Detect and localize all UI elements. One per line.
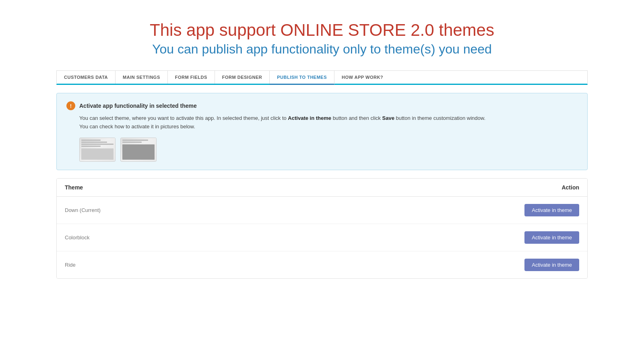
info-bold1: Activate in theme: [288, 115, 331, 121]
table-row: Down (Current) Activate in theme: [57, 197, 587, 224]
page-subtitle: You can publish app functionality only t…: [56, 40, 588, 58]
theme-name-ride: Ride: [65, 262, 76, 268]
info-icon: !: [66, 101, 75, 110]
theme-name-colorblock: Colorblock: [65, 234, 89, 241]
tab-form-fields[interactable]: FORM FIELDS: [168, 71, 215, 84]
tab-main-settings[interactable]: MAIN SETTINGS: [116, 71, 168, 84]
screenshots-row: [79, 138, 578, 162]
info-text-line2: You can check how to activate it in pict…: [79, 123, 195, 130]
screenshot-thumb-1: [79, 138, 116, 162]
info-box-text: You can select theme, where you want to …: [79, 114, 578, 131]
page-title: This app support ONLINE STORE 2.0 themes: [56, 20, 588, 40]
col-action-label: Action: [561, 184, 579, 191]
table-row: Colorblock Activate in theme: [57, 224, 587, 251]
table-row: Ride Activate in theme: [57, 251, 587, 278]
tab-form-designer[interactable]: FORM DESIGNER: [215, 71, 270, 84]
tab-customers-data[interactable]: CUSTOMERS DATA: [57, 71, 116, 84]
themes-table: Theme Action Down (Current) Activate in …: [56, 178, 588, 279]
tab-how-app-work[interactable]: HOW APP WORK?: [334, 71, 390, 84]
theme-name-down: Down (Current): [65, 207, 101, 213]
screenshot-thumb-2: [120, 138, 157, 162]
info-text-part1: You can select theme, where you want to …: [79, 115, 288, 121]
activate-button-colorblock[interactable]: Activate in theme: [524, 231, 579, 244]
activate-button-down[interactable]: Activate in theme: [524, 204, 579, 216]
header-section: This app support ONLINE STORE 2.0 themes…: [56, 8, 588, 70]
tabs-bar: CUSTOMERS DATA MAIN SETTINGS FORM FIELDS…: [56, 70, 588, 85]
col-theme-label: Theme: [65, 184, 83, 191]
info-box-title: Activate app functionality in selected t…: [79, 103, 197, 109]
info-text-part2: button and then click: [331, 115, 382, 121]
info-box: ! Activate app functionality in selected…: [56, 93, 588, 170]
info-bold2: Save: [382, 115, 394, 121]
page-container: This app support ONLINE STORE 2.0 themes…: [40, 0, 604, 287]
table-header: Theme Action: [57, 179, 587, 197]
activate-button-ride[interactable]: Activate in theme: [524, 259, 579, 271]
info-box-header: ! Activate app functionality in selected…: [66, 101, 578, 110]
tab-publish-to-themes[interactable]: PUBLISH TO THEMES: [270, 71, 334, 85]
info-text-part3: button in theme customization window.: [394, 115, 485, 121]
